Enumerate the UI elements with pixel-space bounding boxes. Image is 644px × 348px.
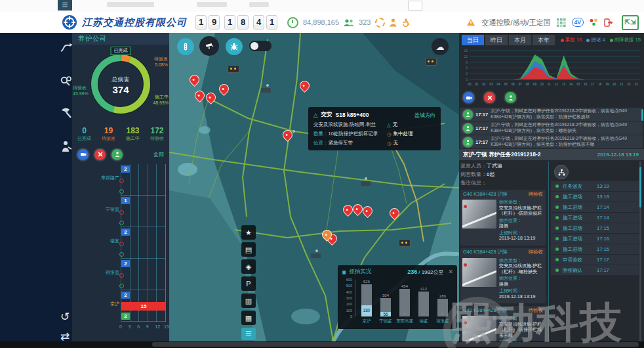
map-tool-0[interactable]: ★ bbox=[241, 225, 256, 240]
filter-camera-button[interactable] bbox=[463, 92, 474, 103]
timeline-dot bbox=[555, 269, 559, 272]
event-row[interactable]: 17:17京沪-宁镇，刘斌正在对养护任务20191218-2申请验收，病害地点G… bbox=[460, 135, 643, 148]
timeline-row[interactable]: 施工进场13:19 bbox=[551, 192, 639, 202]
event-row[interactable]: 17:17京沪-宁镇，刘斌正在对养护任务20191218-2申请验收，病害地点G… bbox=[460, 108, 643, 121]
patrol-toggle[interactable] bbox=[249, 41, 272, 51]
timeline-row[interactable]: 施工进场17:16 bbox=[551, 234, 639, 244]
tooltip-row-icon: ◷ bbox=[387, 131, 392, 137]
green-bar[interactable]: 2 bbox=[121, 313, 130, 320]
gear-icon[interactable] bbox=[375, 18, 385, 28]
scrollbar-thumb[interactable] bbox=[639, 167, 641, 207]
timeline-row[interactable]: 施工进场17:16 bbox=[551, 244, 639, 254]
tab-本月[interactable]: 本月 bbox=[509, 35, 531, 45]
undo-icon[interactable]: ↺ bbox=[60, 310, 70, 324]
grid-apps-icon[interactable] bbox=[557, 18, 566, 27]
defect-card[interactable]: G40 K384+428 沪陕待验收病害类型：交安及沿线设施-护栏（栏杆）-防撞… bbox=[460, 306, 546, 341]
timeline-dot bbox=[555, 237, 559, 240]
timeline-dot bbox=[555, 195, 559, 198]
close-icon[interactable]: ✕ bbox=[448, 269, 453, 275]
filter-repair-button[interactable] bbox=[94, 149, 106, 160]
filter-repair-button[interactable] bbox=[484, 92, 495, 103]
svg-text:05: 05 bbox=[504, 83, 508, 86]
bar-group-label: 宁宿监 bbox=[73, 206, 119, 213]
status-dots-icon bbox=[590, 18, 598, 26]
4v-badge[interactable]: 4V bbox=[572, 18, 584, 27]
defect-photo[interactable] bbox=[462, 258, 496, 287]
map-tool-3[interactable]: P bbox=[241, 276, 256, 291]
bar-group-label: 宿淮监 bbox=[73, 269, 119, 276]
logout-icon[interactable] bbox=[604, 18, 613, 27]
timeline-row[interactable]: 任务派发13:19 bbox=[551, 181, 639, 191]
map-toolbar: ★▤◈P▥▦☰ bbox=[241, 225, 256, 341]
person-icon[interactable] bbox=[390, 18, 397, 27]
task-field: 派发人员：丁武迪 bbox=[460, 162, 546, 170]
filter-worker-button[interactable] bbox=[111, 149, 123, 160]
tooltip-warn-icon: △ bbox=[313, 112, 318, 118]
strip-placeholder bbox=[197, 2, 227, 7]
tooltip-row-text: 交安及沿线设施-防眩网-刺丝 bbox=[313, 121, 387, 128]
green-zero-dot bbox=[119, 252, 124, 257]
province-map[interactable]: ☁ △ 交安 S18 k85+400 盐城方向 交安及沿线设施-防眩网-刺丝△无… bbox=[169, 33, 459, 341]
hamburger-menu-icon[interactable]: ☰ bbox=[58, 0, 72, 11]
snapshot-xlabel: 京沪 bbox=[357, 318, 376, 324]
card-stake: G40 K384+428 沪陕 bbox=[460, 249, 508, 255]
defect-photo[interactable] bbox=[462, 316, 496, 341]
timeline-row[interactable]: 申请验收17:17 bbox=[551, 255, 639, 265]
timeline-row[interactable]: 施工进场17:15 bbox=[551, 223, 639, 233]
map-menu-icon[interactable]: ☰ bbox=[241, 328, 256, 340]
nav-inspect-icon[interactable] bbox=[59, 74, 73, 88]
map-tool-5[interactable]: ▦ bbox=[241, 311, 256, 325]
blue-bar[interactable]: 2 bbox=[121, 260, 130, 267]
defect-photo[interactable] bbox=[462, 200, 496, 228]
event-row[interactable]: 17:17京沪-宁镇，刘斌正在对养护任务20191218-2申请验收，病害地点G… bbox=[460, 121, 643, 135]
nav-worker-icon[interactable] bbox=[59, 139, 73, 154]
nav-repair-icon[interactable] bbox=[59, 106, 73, 121]
scrollbar-thumb[interactable] bbox=[641, 109, 643, 121]
tab-昨日[interactable]: 昨日 bbox=[485, 35, 508, 45]
blue-bar[interactable]: 2 bbox=[121, 165, 130, 173]
tab-本年[interactable]: 本年 bbox=[533, 35, 555, 45]
cctv-button[interactable] bbox=[199, 36, 219, 56]
task-field: 病害数量：6起 bbox=[460, 170, 546, 179]
road-sign-marker bbox=[228, 65, 239, 73]
stat-已完成: 0已完成 bbox=[72, 126, 96, 147]
filter-all-link[interactable]: 全部 bbox=[153, 151, 164, 158]
filter-camera-button[interactable] bbox=[77, 149, 89, 160]
event-text: 京沪-宁镇，刘斌正在对养护任务20191218-2申请验收，病害地点G40 K3… bbox=[491, 136, 643, 148]
blue-bar[interactable]: 2 bbox=[121, 228, 130, 236]
flip-clock: 191841 bbox=[195, 15, 277, 30]
strip-placeholder bbox=[249, 2, 269, 7]
blue-bar[interactable]: 2 bbox=[121, 292, 130, 299]
accessibility-icon[interactable] bbox=[401, 18, 410, 27]
defect-card[interactable]: G40 K384+428 沪陕待验收病害类型：交安及沿线设施-护栏（栏杆）-螺栓… bbox=[460, 248, 546, 304]
timeline-label: 申请验收 bbox=[563, 257, 597, 263]
tooltip-row-text: 数量：10处防撞护栏损坏记录 bbox=[313, 131, 387, 137]
red-zero-dot bbox=[119, 242, 124, 246]
filter-worker-button[interactable] bbox=[505, 92, 516, 103]
legend-label: 拥堵 4 bbox=[591, 37, 605, 43]
workflow-icon[interactable] bbox=[554, 165, 569, 179]
blue-bar[interactable]: 1 bbox=[121, 197, 130, 204]
resize-window-icon[interactable]: ⇱⇲ bbox=[622, 15, 639, 30]
map-tool-2[interactable]: ◈ bbox=[241, 259, 256, 274]
x-axis-tick: 0 bbox=[119, 324, 122, 329]
weather-cloud-button[interactable]: ☁ bbox=[432, 38, 449, 55]
nav-route-icon[interactable] bbox=[59, 41, 73, 55]
svg-text:0: 0 bbox=[466, 77, 468, 81]
tab-当日[interactable]: 当日 bbox=[462, 35, 484, 45]
snapshot-popup: ▣ 抓拍实况 236 / 1982公里 ✕ 600500400300200100… bbox=[338, 265, 457, 329]
timeline-row[interactable]: 施工进场17:14 bbox=[551, 213, 639, 223]
card-field-label: 病害类型： bbox=[499, 200, 544, 206]
defect-bug-button[interactable] bbox=[226, 38, 243, 55]
timeline-row[interactable]: 验收确认17:17 bbox=[551, 265, 639, 275]
snapshot-ytick: 0 bbox=[340, 315, 352, 318]
red-bar[interactable]: 15 bbox=[121, 302, 166, 311]
legend-dot bbox=[586, 39, 590, 42]
snapshot-ytick: 300 bbox=[340, 296, 352, 300]
traffic-light-button[interactable] bbox=[177, 38, 194, 55]
map-tool-4[interactable]: ▥ bbox=[241, 294, 256, 308]
timeline-row[interactable]: 施工进场17:14 bbox=[551, 202, 639, 212]
defect-card[interactable]: G40 K384+428 沪陕待验收病害类型：交安及沿线设施-护栏（栏杆）-防阻… bbox=[460, 190, 546, 246]
map-tool-1[interactable]: ▤ bbox=[241, 242, 256, 257]
alert-triangle-icon bbox=[466, 18, 475, 26]
